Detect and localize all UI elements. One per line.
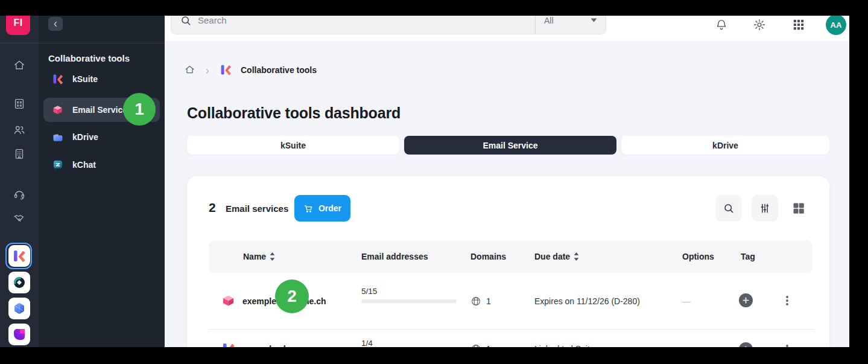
- filter-sliders-icon: [759, 202, 771, 214]
- tab-label: kDrive: [712, 141, 738, 150]
- ksuite-breadcrumb-icon: [220, 63, 232, 76]
- domains-count: 1: [486, 296, 491, 306]
- sidebar-item-label: kDrive: [72, 132, 98, 142]
- ksuite-app-icon[interactable]: [8, 245, 30, 267]
- user-avatar[interactable]: AA: [826, 14, 846, 35]
- chevron-right-icon: [204, 66, 211, 74]
- annotation-step-1: 1: [123, 93, 156, 126]
- app-4-icon[interactable]: [8, 324, 30, 345]
- letterbox-bottom: [0, 347, 868, 364]
- order-button-label: Order: [318, 203, 341, 213]
- ksuite-icon: [52, 73, 64, 85]
- collapse-sidebar-button[interactable]: [48, 17, 63, 31]
- tab-ksuite[interactable]: kSuite: [187, 136, 399, 155]
- breadcrumb: Collaborative tools: [184, 63, 317, 76]
- main-content: Collaborative tools Collaborative tools …: [165, 41, 849, 347]
- screenshot-stage: FI: [0, 0, 868, 364]
- primary-sidebar: FI: [0, 0, 39, 347]
- column-header-tag: Tag: [741, 240, 755, 273]
- partner-icon[interactable]: [13, 211, 26, 225]
- bell-icon[interactable]: [715, 18, 728, 31]
- column-label: Name: [243, 252, 266, 261]
- addresses-cell: 5/15: [361, 287, 457, 303]
- column-label: Email addresses: [361, 252, 428, 261]
- tab-email-service[interactable]: Email Service: [404, 136, 616, 155]
- tab-label: kSuite: [280, 141, 306, 150]
- table-header: Name Email addresses Domains Due date Op…: [209, 240, 813, 273]
- column-header-domains: Domains: [470, 240, 506, 273]
- column-header-name[interactable]: Name: [243, 240, 275, 273]
- chevron-down-icon: [591, 18, 597, 22]
- sidebar-item-kdrive[interactable]: kDrive: [43, 125, 160, 149]
- billing-icon[interactable]: [13, 97, 26, 110]
- organization-icon[interactable]: [13, 147, 26, 161]
- secondary-sidebar: Collaborative tools kSuite Email Service…: [39, 0, 165, 347]
- search-icon: [723, 202, 735, 214]
- column-label: Options: [682, 252, 714, 261]
- kebab-icon: [782, 295, 793, 306]
- gear-icon[interactable]: [753, 18, 766, 31]
- addresses-count: 5/15: [361, 287, 377, 296]
- kdrive-icon: [52, 131, 64, 143]
- column-label: Due date: [534, 252, 570, 261]
- letterbox-top: [0, 0, 868, 16]
- sidebar-item-label: Email Service: [72, 105, 127, 115]
- column-label: Tag: [741, 252, 755, 261]
- sidebar-item-label: kSuite: [72, 74, 98, 84]
- filter-button[interactable]: [752, 195, 778, 222]
- search-icon: [180, 14, 192, 27]
- users-icon[interactable]: [13, 123, 26, 136]
- chevron-left-icon: [52, 21, 59, 28]
- options-value: —: [682, 273, 691, 329]
- plus-icon: [742, 296, 750, 304]
- column-header-addresses: Email addresses: [361, 240, 428, 273]
- apps-grid-icon[interactable]: [792, 18, 805, 31]
- domains-cell: 1: [470, 273, 491, 329]
- app-3-icon[interactable]: [8, 298, 30, 319]
- sort-icon: [574, 252, 579, 261]
- services-count-label: Email services: [226, 203, 288, 214]
- sidebar-top-divider: [0, 43, 165, 43]
- sort-icon: [270, 252, 275, 261]
- email-service-icon: [221, 293, 236, 308]
- row-menu-button[interactable]: [782, 295, 793, 306]
- annotation-step-2: 2: [275, 279, 309, 313]
- home-icon[interactable]: [13, 59, 26, 72]
- addresses-count: 1/4: [361, 339, 373, 348]
- kchat-icon: [52, 159, 64, 171]
- sidebar-item-ksuite[interactable]: kSuite: [43, 67, 160, 91]
- search-scope-value: All: [544, 16, 554, 25]
- services-count: 2: [209, 200, 216, 215]
- email-service-icon: [52, 104, 64, 116]
- column-label: Domains: [470, 252, 506, 261]
- sidebar-item-kchat[interactable]: kChat: [43, 153, 160, 177]
- letterbox-right: [849, 0, 868, 364]
- order-button[interactable]: Order: [294, 195, 350, 222]
- breadcrumb-home-icon[interactable]: [184, 64, 195, 75]
- due-date: Expires on 11/12/26 (D-280): [534, 273, 640, 329]
- globe-icon: [470, 296, 481, 307]
- table-search-button[interactable]: [715, 195, 742, 222]
- search-input[interactable]: [192, 15, 535, 25]
- breadcrumb-section[interactable]: Collaborative tools: [241, 65, 317, 75]
- column-header-due-date[interactable]: Due date: [534, 240, 579, 273]
- cart-icon: [303, 203, 314, 214]
- tab-kdrive[interactable]: kDrive: [621, 136, 829, 155]
- column-header-options: Options: [682, 240, 714, 273]
- addresses-progress: [361, 299, 457, 303]
- support-icon[interactable]: [13, 188, 26, 201]
- add-tag-button[interactable]: [739, 293, 753, 307]
- sidebar-item-label: kChat: [72, 160, 96, 170]
- grid-view-icon[interactable]: [791, 201, 806, 216]
- sidebar-section-title: Collaborative tools: [48, 53, 130, 63]
- tab-label: Email Service: [483, 141, 537, 150]
- app-2-icon[interactable]: [8, 272, 30, 293]
- page-title: Collaborative tools dashboard: [187, 104, 401, 122]
- email-services-card: 2 Email services Order Name: [187, 176, 829, 347]
